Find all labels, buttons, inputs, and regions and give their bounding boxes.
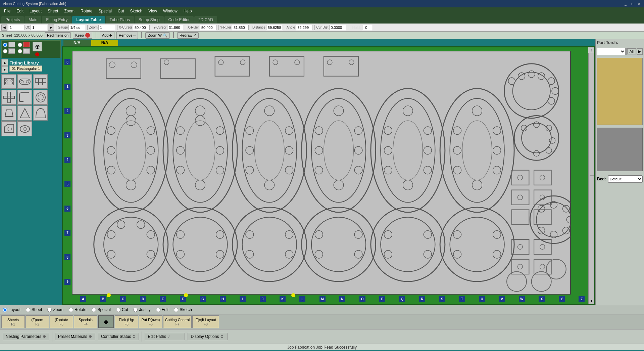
add-button[interactable]: Add + xyxy=(100,32,114,39)
radio-3[interactable] xyxy=(18,42,30,47)
distance-value[interactable]: 59.6258 xyxy=(266,25,283,30)
menu-edit[interactable]: Edit xyxy=(14,8,26,14)
part-torch-select[interactable] xyxy=(597,48,626,55)
scroll-top-arrow[interactable]: ↕ xyxy=(588,47,594,53)
fitting-icon-rect[interactable] xyxy=(1,74,16,89)
angle-value[interactable]: 32.299 xyxy=(296,25,312,30)
radio-layout[interactable]: Layout xyxy=(3,307,20,312)
zoom-value[interactable]: 1 xyxy=(98,25,115,30)
xcursor-value[interactable]: 50.400 xyxy=(133,25,150,30)
close-icon[interactable]: ✕ xyxy=(637,1,641,6)
fn-cutting-button[interactable]: Cutting Control F7 xyxy=(163,315,192,328)
canvas-area[interactable]: 9 8 7 6 5 4 3 2 1 0 xyxy=(62,46,595,305)
tool-icon-1[interactable]: ⊕ xyxy=(33,42,42,51)
fitting-icon-tee[interactable] xyxy=(33,74,48,89)
vertical-scrollbar[interactable]: ▲ ▼ xyxy=(588,47,594,304)
tab-tube-plans[interactable]: Tube Plans xyxy=(106,16,134,24)
menu-view[interactable]: View xyxy=(146,8,160,14)
redimension-button[interactable]: Redimension xyxy=(45,32,71,38)
preset-materials-button[interactable]: Preset Materials ⚙ xyxy=(55,333,95,340)
remove-button[interactable]: Remove – xyxy=(116,32,138,39)
fitting-icon-round[interactable] xyxy=(33,90,48,105)
tab-main[interactable]: Main xyxy=(24,16,41,24)
sheet-area[interactable] xyxy=(72,51,571,295)
display-options-button[interactable]: Display Options ⚙ xyxy=(188,333,228,340)
svg-point-77 xyxy=(334,180,343,190)
svg-point-40 xyxy=(147,146,155,155)
menu-zoom[interactable]: Zoom xyxy=(61,8,77,14)
bed-select[interactable]: Default xyxy=(608,175,643,183)
menu-rotate[interactable]: Rotate xyxy=(78,8,95,14)
minimize-icon[interactable]: _ xyxy=(623,1,628,6)
radio-special[interactable]: Special xyxy=(92,307,110,312)
edit-paths-button[interactable]: Edit Paths ✓ xyxy=(145,333,185,340)
maximize-icon[interactable]: □ xyxy=(630,1,635,6)
fn-putdown-button[interactable]: Put D(own) F6 xyxy=(139,315,162,328)
fn-pickup-button[interactable]: Pick (U)p F5 xyxy=(115,315,138,328)
hold-value[interactable]: 0 xyxy=(362,25,372,30)
fitting-icon-complex2[interactable] xyxy=(17,121,32,136)
tab-fitting-entry[interactable]: Fitting Entry xyxy=(42,16,71,24)
page-next-button[interactable]: ▶ xyxy=(48,25,54,31)
controller-status-button[interactable]: Controller Status ⚙ xyxy=(98,333,139,340)
fn-sheets-button[interactable]: Sheets F1 xyxy=(1,315,25,328)
gauge-value[interactable]: 1/4 ss xyxy=(68,25,85,30)
menu-sheet[interactable]: Sheet xyxy=(45,8,61,14)
scroll-down-arrow[interactable]: ▼ xyxy=(590,299,593,303)
page-current-value[interactable]: 1 xyxy=(8,25,25,30)
fn-rotate-button[interactable]: (R)otate F3 xyxy=(50,315,73,328)
radio-sheet[interactable]: Sheet xyxy=(26,307,42,312)
page-prev-button[interactable]: ◀ xyxy=(1,25,7,31)
radio-cut[interactable]: Cut xyxy=(116,307,128,312)
fitting-icon-elbow[interactable] xyxy=(17,90,32,105)
fitting-icon-trapezoid[interactable] xyxy=(1,105,16,121)
fitting-arrow-down[interactable]: ▼ xyxy=(1,66,8,73)
tab-setup-shop[interactable]: Setup Shop xyxy=(135,16,164,24)
infobar: ◀ 1 Of: 1 ▶ Gauge 1/4 ss Zoom 1 X-Cursor… xyxy=(0,24,644,32)
menu-cut[interactable]: Cut xyxy=(115,8,127,14)
radio-2[interactable]: ↗ xyxy=(3,48,15,54)
fn-zoom-button[interactable]: (Z)oom F2 xyxy=(26,315,49,328)
menu-sketch[interactable]: Sketch xyxy=(128,8,145,14)
zoom-w-button[interactable]: Zoom W 🔍 xyxy=(145,32,170,39)
curdist-value[interactable]: 0.0000 xyxy=(329,25,346,30)
fitting-icon-triangle[interactable] xyxy=(17,105,32,121)
radio-justify[interactable]: Justify xyxy=(133,307,150,312)
radio-4[interactable]: ⊞ xyxy=(18,48,30,54)
right-arrow-button[interactable]: ▶ xyxy=(637,48,643,55)
menu-file[interactable]: File xyxy=(1,8,13,14)
scroll-area[interactable] xyxy=(597,128,643,171)
svg-point-83 xyxy=(424,127,432,135)
fitting-icon-arc[interactable] xyxy=(33,105,48,121)
menu-layout[interactable]: Layout xyxy=(27,8,44,14)
tab-code-editor[interactable]: Code Editor xyxy=(164,16,194,24)
radio-sketch[interactable]: Sketch xyxy=(174,307,192,312)
fn-exit-button[interactable]: E(x)it Layout F8 xyxy=(192,315,219,328)
fitting-icon-cross[interactable] xyxy=(1,90,16,105)
page-total-value[interactable]: 1 xyxy=(31,25,47,30)
menu-help[interactable]: Help xyxy=(181,8,195,14)
tab-layout-table[interactable]: Layout Table xyxy=(72,16,105,24)
radio-zoom[interactable]: Zoom xyxy=(47,307,63,312)
menu-window[interactable]: Window xyxy=(160,8,180,14)
fitting-arrow-up[interactable]: ▲ xyxy=(1,59,8,66)
yruler-value[interactable]: 31.860 xyxy=(232,25,249,30)
ycursor-value[interactable]: 31.860 xyxy=(167,25,184,30)
fitting-library-subtitle[interactable]: 01-Rectangular 1 xyxy=(9,65,42,72)
distance-group: Distance 59.6258 xyxy=(252,25,285,30)
fitting-icon-complex1[interactable] xyxy=(1,121,16,136)
xruler-value[interactable]: 50.400 xyxy=(200,25,216,30)
radio-1[interactable] xyxy=(3,42,15,47)
fn-specials-button[interactable]: Specials F4 xyxy=(74,315,97,328)
fn-special-diamond-button[interactable]: ◆ xyxy=(98,315,114,328)
all-button[interactable]: All xyxy=(627,48,636,54)
tab-projects[interactable]: Projects xyxy=(1,16,24,24)
radio-rotate[interactable]: Rotate xyxy=(69,307,86,312)
keep-button[interactable]: Keep xyxy=(73,32,92,39)
menu-special[interactable]: Special xyxy=(96,8,114,14)
redraw-button[interactable]: Redraw ✓ xyxy=(177,32,199,39)
fitting-icon-slot[interactable] xyxy=(17,74,32,89)
radio-edit[interactable]: Edit xyxy=(156,307,169,312)
nesting-parameters-button[interactable]: Nesting Parameters ⚙ xyxy=(3,333,49,340)
tab-2d-cad[interactable]: 2D CAD xyxy=(194,16,217,24)
